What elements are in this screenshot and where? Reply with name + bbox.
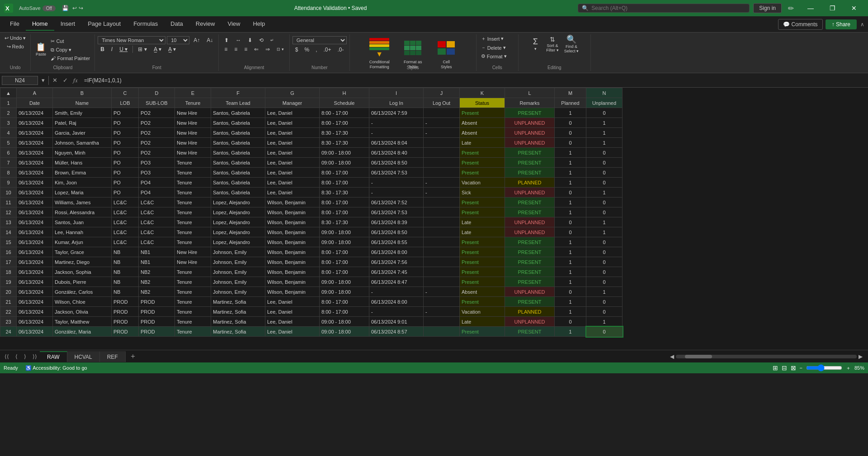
table-cell[interactable]: 06/13/2024 [17,307,53,317]
table-cell[interactable]: 09:00 - 18:00 [320,287,369,297]
table-cell[interactable]: New Hire [175,128,211,138]
table-cell[interactable]: 06/13/2024 [17,108,53,118]
sheet-tab-ref[interactable]: REF [100,351,126,362]
table-cell[interactable]: Santos, Gabriela [211,188,265,197]
table-cell[interactable]: PROD [112,307,139,317]
table-cell[interactable]: Wilson, Benjamin [265,227,320,237]
table-cell[interactable]: PO [112,108,139,118]
table-cell[interactable]: Santos, Gabriela [211,138,265,148]
decrease-decimal-button[interactable]: .0- [335,46,346,54]
page-break-view-button[interactable]: ⊠ [791,364,796,371]
table-cell[interactable]: Tenure [175,287,211,297]
table-cell[interactable]: LC&C [139,197,175,207]
row-num-11[interactable]: 11 [0,197,17,207]
table-cell[interactable]: Present [460,168,505,178]
table-cell[interactable]: Lee, Daniel [265,118,320,128]
col-header-F[interactable]: F [211,88,265,98]
formula-input[interactable] [81,76,866,85]
row-num-9[interactable]: 9 [0,178,17,188]
table-cell[interactable]: 0 [586,197,623,207]
close-button[interactable]: ✕ [844,0,864,16]
table-cell[interactable]: Wilson, Benjamin [265,287,320,297]
table-cell[interactable]: PROD [139,327,175,337]
table-cell[interactable]: Lopez, Alejandro [211,207,265,217]
insert-cells-button[interactable]: ＋ Insert ▾ [479,34,515,43]
table-cell[interactable]: Lopez, Maria [53,188,112,197]
table-cell[interactable]: PO [112,148,139,158]
table-cell[interactable]: Lee, Daniel [265,108,320,118]
row-num-5[interactable]: 5 [0,138,17,148]
table-cell[interactable]: 1 [586,217,623,227]
table-cell[interactable]: Lopez, Alejandro [211,197,265,207]
table-cell[interactable]: PRESENT [505,148,555,158]
table-cell[interactable]: 0 [586,277,623,287]
table-cell[interactable]: Absent [460,118,505,128]
table-cell[interactable]: Wilson, Benjamin [265,207,320,217]
table-cell[interactable]: Lee, Daniel [265,297,320,307]
table-cell[interactable]: Tenure [175,188,211,197]
table-cell[interactable]: 0 [555,217,586,227]
table-cell[interactable]: PRESENT [505,297,555,307]
table-cell[interactable]: Present [460,237,505,247]
font-color-button[interactable]: A̲ ▾ [165,45,179,53]
tab-review[interactable]: Review [189,18,222,31]
table-cell[interactable]: Lopez, Alejandro [211,237,265,247]
table-cell[interactable]: 0 [555,227,586,237]
fill-color-button[interactable]: A̲ ▾ [151,45,164,53]
table-cell[interactable]: Santos, Gabriela [211,148,265,158]
table-cell[interactable]: Tenure [175,217,211,227]
table-cell[interactable]: PO4 [139,178,175,188]
zoom-in-button[interactable]: ＋ [846,365,851,371]
table-cell[interactable]: Sick [460,188,505,197]
borders-button[interactable]: ⊞ ▾ [135,45,149,53]
normal-view-button[interactable]: ⊞ [773,364,778,371]
table-cell[interactable]: Taylor, Grace [53,247,112,257]
table-cell[interactable]: PO2 [139,148,175,158]
table-cell[interactable]: New Hire [175,108,211,118]
table-cell[interactable]: 8:00 - 17:00 [320,197,369,207]
table-cell[interactable]: 0 [586,267,623,277]
table-cell[interactable]: 06/13/2024 [17,158,53,168]
table-cell[interactable]: Wilson, Benjamin [265,217,320,227]
table-cell[interactable]: Present [460,148,505,158]
table-cell[interactable]: UNPLANNED [505,217,555,227]
horizontal-scrollbar[interactable] [676,355,857,358]
increase-indent-button[interactable]: ⇒ [263,45,273,53]
table-cell[interactable]: 0 [586,327,623,337]
scroll-prev-tab[interactable]: ⟨ [13,352,20,362]
table-cell[interactable]: 1 [555,257,586,267]
table-cell[interactable]: PRESENT [505,267,555,277]
table-cell[interactable]: UNPLANNED [505,128,555,138]
col-header-D[interactable]: D [139,88,175,98]
bold-button[interactable]: B [98,45,107,53]
row-num-24[interactable]: 24 [0,327,17,337]
table-cell[interactable]: Lee, Daniel [265,317,320,327]
table-cell[interactable]: - [424,188,460,197]
table-cell[interactable]: PRESENT [505,277,555,287]
table-cell[interactable]: Tenure [175,227,211,237]
col-header-A[interactable]: A [17,88,53,98]
table-cell[interactable]: González, Carlos [53,287,112,297]
table-cell[interactable]: Present [460,327,505,337]
row-num-12[interactable]: 12 [0,207,17,217]
table-cell[interactable]: Wilson, Benjamin [265,247,320,257]
table-cell[interactable]: 1 [555,277,586,287]
percent-button[interactable]: % [302,46,312,54]
table-cell[interactable]: 8:30 - 17:30 [320,217,369,227]
table-cell[interactable]: Present [460,267,505,277]
undo-button[interactable]: ↩ Undo ▾ [3,34,28,42]
table-cell[interactable]: 0 [555,188,586,197]
table-cell[interactable]: 8:00 - 17:00 [320,168,369,178]
table-cell[interactable]: - [369,128,424,138]
table-cell[interactable]: 1 [555,197,586,207]
search-input[interactable] [591,5,727,11]
table-cell[interactable]: 8:30 - 17:30 [320,128,369,138]
table-cell[interactable] [424,297,460,307]
table-cell[interactable]: PO3 [139,158,175,168]
table-cell[interactable]: 1 [586,188,623,197]
table-cell[interactable]: 06/13/2024 [17,207,53,217]
table-cell[interactable]: Lee, Hannah [53,227,112,237]
table-cell[interactable] [424,168,460,178]
table-cell[interactable]: PO [112,118,139,128]
table-cell[interactable]: 1 [555,297,586,307]
